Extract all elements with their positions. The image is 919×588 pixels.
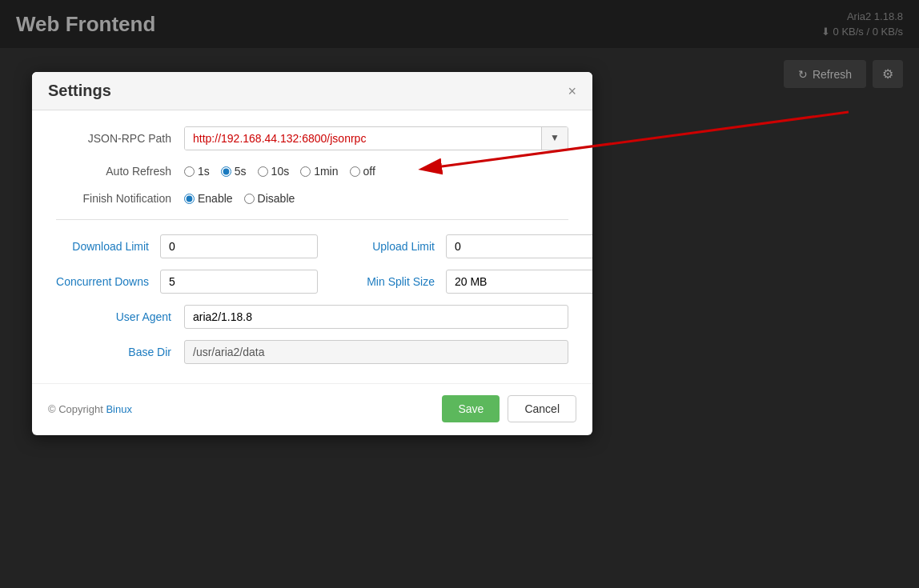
footer-buttons: Save Cancel [442,395,576,422]
concurrent-downs-input[interactable] [160,270,318,294]
auto-refresh-1min[interactable]: 1min [300,165,338,178]
upload-limit-label: Upload Limit [342,240,446,253]
auto-refresh-10s[interactable]: 10s [258,165,290,178]
settings-modal: Settings × JSON-RPC Path ▼ Auto Refresh … [32,72,592,435]
auto-refresh-label: Auto Refresh [56,165,184,178]
user-agent-label: User Agent [56,310,184,323]
rpc-dropdown-button[interactable]: ▼ [541,127,568,150]
min-split-size-label: Min Split Size [342,275,446,288]
concurrent-split-row: Concurrent Downs Min Split Size [56,270,568,294]
finish-notification-enable[interactable]: Enable [184,192,233,205]
finish-notification-label: Finish Notification [56,192,184,205]
limit-row: Download Limit Upload Limit [56,234,568,258]
copyright: © Copyright Binux [48,403,132,415]
modal-header: Settings × [32,72,592,110]
cancel-button[interactable]: Cancel [508,395,576,422]
modal-body: JSON-RPC Path ▼ Auto Refresh 1s 5s [32,110,592,383]
base-dir-label: Base Dir [56,346,184,358]
rpc-path-input[interactable] [185,127,541,150]
finish-notification-options: Enable Disable [184,192,295,205]
finish-notification-row: Finish Notification Enable Disable [56,192,568,205]
rpc-path-row: JSON-RPC Path ▼ [56,126,568,150]
modal-footer: © Copyright Binux Save Cancel [32,383,592,435]
upload-limit-col: Upload Limit [342,234,592,258]
rpc-path-label: JSON-RPC Path [56,132,184,145]
modal-title: Settings [48,82,111,100]
concurrent-downs-label: Concurrent Downs [56,275,160,288]
base-dir-input [184,340,568,364]
download-limit-input[interactable] [160,234,318,258]
auto-refresh-off[interactable]: off [350,165,375,178]
finish-notification-disable[interactable]: Disable [244,192,295,205]
base-dir-row: Base Dir [56,340,568,364]
auto-refresh-options: 1s 5s 10s 1min [184,165,375,178]
auto-refresh-row: Auto Refresh 1s 5s 10s [56,165,568,178]
concurrent-downs-col: Concurrent Downs [56,270,318,294]
user-agent-input[interactable] [184,305,568,329]
download-limit-col: Download Limit [56,234,318,258]
upload-limit-input[interactable] [446,234,592,258]
rpc-input-wrapper: ▼ [184,126,568,150]
modal-overlay: Settings × JSON-RPC Path ▼ Auto Refresh … [0,0,919,588]
modal-close-button[interactable]: × [568,84,576,98]
min-split-size-col: Min Split Size [342,270,592,294]
download-limit-label: Download Limit [56,240,160,253]
copyright-link[interactable]: Binux [106,403,132,415]
auto-refresh-1s[interactable]: 1s [184,165,210,178]
save-button[interactable]: Save [442,395,500,422]
section-divider [56,219,568,220]
auto-refresh-5s[interactable]: 5s [221,165,247,178]
min-split-size-input[interactable] [446,270,592,294]
user-agent-row: User Agent [56,305,568,329]
